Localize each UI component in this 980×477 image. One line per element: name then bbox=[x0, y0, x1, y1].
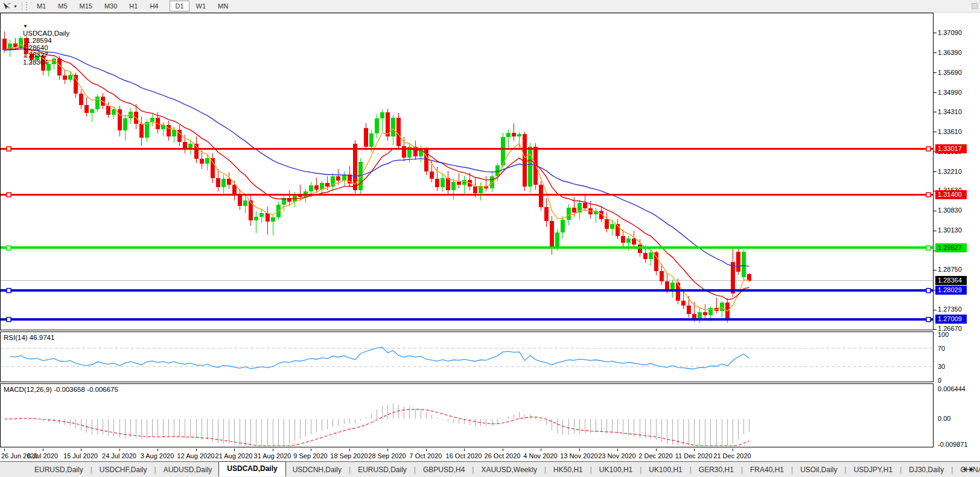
toolbar-grip[interactable] bbox=[26, 2, 28, 10]
price-axis[interactable]: 1.370901.363901.356901.349901.343101.336… bbox=[934, 13, 980, 461]
chart-tab-dj30-daily[interactable]: DJ30,Daily bbox=[902, 463, 950, 476]
collapse-caret-icon[interactable]: ▼ bbox=[23, 24, 28, 29]
timeframe-button-h4[interactable]: H4 bbox=[144, 1, 164, 11]
rsi-axis-tick: 30 bbox=[938, 363, 945, 370]
bear-candle bbox=[266, 213, 270, 222]
bear-candle bbox=[364, 128, 368, 147]
bull-candle bbox=[698, 312, 702, 318]
chart-tab-eurusd-daily[interactable]: EURUSD,Daily bbox=[351, 463, 413, 476]
timeframe-button-h1[interactable]: H1 bbox=[124, 1, 143, 11]
trading-terminal-window: ▼ M1M5M15M30H1H4D1W1MN ▼ USDCAD,Daily 1.… bbox=[0, 0, 980, 477]
tool-dropdown-caret[interactable]: ▼ bbox=[13, 4, 18, 8]
ohlc-close: 1.28364 bbox=[23, 59, 48, 66]
tab-scroll-buttons: ◄► bbox=[961, 466, 977, 472]
chart-tab-xauusd-weekly[interactable]: XAUUSD,Weekly bbox=[474, 463, 543, 476]
chart-tab-usdcnh-daily[interactable]: USDCNH,Daily bbox=[286, 463, 348, 476]
price-axis-tick-mark bbox=[934, 270, 937, 271]
macd-label: MACD(12,26,9) -0.003658 -0.006675 bbox=[4, 386, 118, 393]
bear-candle bbox=[687, 306, 691, 314]
date-tick-mark bbox=[349, 449, 350, 451]
main-price-panel[interactable]: ▼ USDCAD,Daily 1.28594 1.28640 1.28327 1… bbox=[0, 13, 934, 330]
rsi-panel[interactable]: RSI(14) 46.9741 bbox=[0, 331, 934, 382]
price-axis-tick-mark bbox=[934, 231, 937, 231]
timeframe-button-mn[interactable]: MN bbox=[212, 1, 234, 11]
timeframe-toolbar: ▼ M1M5M15M30H1H4D1W1MN bbox=[0, 0, 980, 13]
moving-average-line-5 bbox=[5, 45, 749, 312]
rsi-plot[interactable] bbox=[1, 332, 933, 382]
bear-candle bbox=[84, 105, 89, 113]
date-axis-label: 23 Nov 2020 bbox=[598, 452, 635, 459]
date-tick-mark bbox=[119, 449, 120, 451]
bull-candle bbox=[68, 75, 72, 80]
level-line-handle[interactable] bbox=[7, 147, 11, 151]
bull-candle bbox=[506, 133, 511, 137]
level-line-handle[interactable] bbox=[926, 147, 931, 151]
ohlc-low: 1.28327 bbox=[23, 51, 48, 59]
tab-separator: | bbox=[154, 466, 156, 474]
bull-candle bbox=[610, 224, 614, 229]
level-line-handle[interactable] bbox=[7, 289, 11, 293]
timeframe-button-w1[interactable]: W1 bbox=[191, 1, 212, 11]
moving-average-line-34 bbox=[5, 49, 749, 266]
cursor-chart-icon[interactable] bbox=[1, 1, 13, 11]
level-line-handle[interactable] bbox=[926, 193, 931, 197]
macd-plot[interactable] bbox=[1, 384, 933, 447]
date-tick-mark bbox=[617, 449, 618, 451]
chart-tab-bar: EURUSD,Daily|USDCHF,Daily|AUDUSD,DailyUS… bbox=[0, 461, 980, 477]
level-line-handle[interactable] bbox=[7, 318, 11, 322]
level-line-handle[interactable] bbox=[926, 318, 931, 322]
chart-tab-usdjpy-h1[interactable]: USDJPY,H1 bbox=[847, 463, 899, 476]
date-tick-mark bbox=[503, 449, 503, 451]
date-axis-label: 9 Sep 2020 bbox=[293, 452, 327, 459]
candlestick-chart[interactable] bbox=[1, 13, 933, 330]
tabs-scroll-right-icon[interactable]: ► bbox=[969, 466, 977, 472]
timeframe-button-d1[interactable]: D1 bbox=[170, 1, 189, 11]
price-axis-tick-mark bbox=[934, 329, 937, 330]
chart-tab-gbpusd-h4[interactable]: GBPUSD,H4 bbox=[416, 463, 471, 476]
date-axis[interactable]: 26 Jun 20206 Jul 202015 Jul 202024 Jul 2… bbox=[0, 449, 934, 463]
date-tick-mark bbox=[311, 449, 311, 451]
bull-candle bbox=[567, 208, 571, 220]
tab-separator: | bbox=[91, 466, 92, 474]
chart-tab-usdcad-daily[interactable]: USDCAD,Daily bbox=[218, 461, 285, 476]
chart-tab-usdchf-daily[interactable]: USDCHF,Daily bbox=[93, 463, 154, 476]
bear-candle bbox=[605, 219, 609, 229]
tab-separator: | bbox=[544, 466, 546, 474]
level-line-handle[interactable] bbox=[7, 246, 11, 250]
chart-tab-uk100-h1[interactable]: UK100,H1 bbox=[642, 463, 689, 476]
bull-candle bbox=[479, 186, 483, 193]
timeframe-button-m1[interactable]: M1 bbox=[31, 1, 51, 11]
toolbar-overflow-button[interactable] bbox=[972, 3, 978, 9]
level-line-handle[interactable] bbox=[926, 246, 931, 250]
chart-tab-ger30-h1[interactable]: GER30,H1 bbox=[692, 463, 740, 476]
chart-tab-usoil-daily[interactable]: USOil,Daily bbox=[794, 463, 844, 476]
tab-separator: | bbox=[741, 466, 743, 474]
level-line-handle[interactable] bbox=[7, 193, 11, 197]
bull-candle bbox=[259, 213, 264, 217]
bull-candle bbox=[375, 118, 379, 133]
symbol-title: USDCAD,Daily bbox=[23, 30, 69, 37]
price-axis-tick: 1.36390 bbox=[938, 49, 962, 56]
bull-candle bbox=[112, 109, 116, 115]
bear-candle bbox=[703, 312, 707, 315]
macd-axis-tick: 0.00 bbox=[938, 415, 950, 422]
bear-candle bbox=[430, 171, 434, 178]
chart-tab-hk50-h1[interactable]: HK50,H1 bbox=[547, 463, 590, 476]
timeframe-button-m30[interactable]: M30 bbox=[99, 1, 122, 11]
macd-panel[interactable]: MACD(12,26,9) -0.003658 -0.006675 bbox=[0, 383, 934, 447]
date-tick-mark bbox=[426, 449, 427, 451]
price-axis-tick: 1.30830 bbox=[938, 206, 962, 214]
chart-tab-eurusd-daily[interactable]: EURUSD,Daily bbox=[28, 463, 90, 476]
tabs-scroll-left-icon[interactable]: ◄ bbox=[961, 466, 969, 472]
chart-tab-audusd-daily[interactable]: AUDUSD,Daily bbox=[157, 463, 219, 476]
bear-candle bbox=[583, 203, 587, 208]
timeframe-button-m5[interactable]: M5 bbox=[52, 1, 72, 11]
date-axis-label: 4 Nov 2020 bbox=[523, 452, 557, 459]
level-line-handle[interactable] bbox=[926, 289, 931, 293]
chart-tab-uk100-h1[interactable]: UK100,H1 bbox=[593, 463, 639, 476]
price-axis-tick-mark bbox=[934, 211, 937, 211]
chart-tab-fra40-h1[interactable]: FRA40,H1 bbox=[743, 463, 791, 476]
timeframe-button-m15[interactable]: M15 bbox=[74, 1, 98, 11]
bear-candle bbox=[287, 198, 291, 202]
bear-candle bbox=[736, 252, 740, 272]
